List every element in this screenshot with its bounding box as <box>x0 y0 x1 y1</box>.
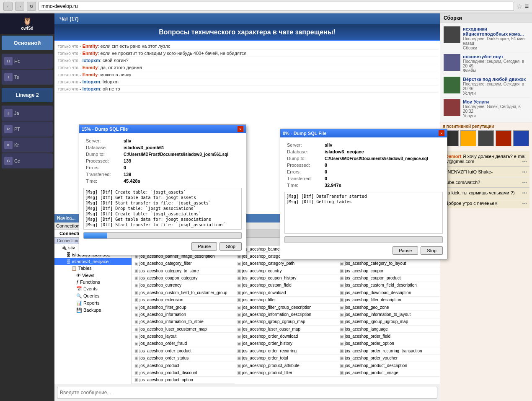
table-item[interactable]: ▣jos_aceshop_extension <box>132 297 235 304</box>
table-name: jos_aceshop_download_description <box>345 290 411 295</box>
table-item[interactable]: ▣jos_aceshop_filter_group <box>132 304 235 311</box>
table-name: jos_aceshop_coupon_product <box>345 276 400 280</box>
table-item[interactable]: ▣jos_aceshop_layout <box>132 333 235 340</box>
table-item[interactable]: ▣jos_aceshop_order_field <box>337 333 440 340</box>
table-item[interactable]: ▣jos_aceshop_product_description <box>337 362 440 369</box>
right-item-1[interactable]: исходники яйциентоподобных кома... После… <box>442 25 530 52</box>
table-list[interactable]: ▣jos_aceshop_attribute_group_description… <box>132 246 440 384</box>
main-section-button[interactable]: Основной <box>2 36 53 50</box>
table-item[interactable]: ▣jos_aceshop_order_status <box>132 355 235 362</box>
dump-log-2[interactable]: [Msg] [Dtf] DataTransfer started [Msg] [… <box>284 192 443 234</box>
address-bar[interactable] <box>39 2 514 11</box>
forward-button[interactable]: → <box>15 2 24 11</box>
back-button[interactable]: ← <box>3 2 13 11</box>
tree-item-neojace[interactable]: 🗄isladow3_neojace <box>54 258 132 265</box>
table-item[interactable]: ▣jos_aceshop_product_option <box>132 377 235 384</box>
comment-dots-1[interactable]: ••• <box>522 159 527 164</box>
table-item[interactable]: ▣jos_aceshop_order_recurring_transaction <box>337 347 440 354</box>
table-item[interactable]: ▣jos_aceshop_order_voucher <box>337 355 440 362</box>
table-item[interactable]: ▣jos_aceshop_iuser_ouser_map <box>235 326 337 333</box>
dump-log-1[interactable]: [Msg] [Dtf] Create table: `josgt_assets`… <box>83 188 242 230</box>
right-item-info-4: Мои Услуги Последнее: Ginex, Сегодня, в … <box>463 99 529 118</box>
sidebar-item-kr[interactable]: K Kr <box>2 137 53 153</box>
sidebar-item-pt[interactable]: P PT <box>2 122 53 137</box>
refresh-button[interactable]: ↻ <box>27 2 36 11</box>
table-item[interactable]: ▣jos_aceshop_order_download <box>235 333 337 340</box>
stop-button-1[interactable]: Stop <box>220 242 242 251</box>
table-item[interactable]: ▣jos_aceshop_order_product <box>132 347 235 354</box>
table-item[interactable]: ▣jos_aceshop_product_attribute <box>235 362 337 369</box>
tree-item-queries[interactable]: 🔍Queries <box>54 292 132 300</box>
table-item[interactable]: ▣jos_aceshop_order_total <box>235 355 337 362</box>
right-item-2[interactable]: посоветуйте ноут Последнее: снцрим, Сего… <box>442 52 530 75</box>
right-item-4[interactable]: Мои Услуги Последнее: Ginex, Сегодня, в … <box>442 98 530 120</box>
table-item[interactable]: ▣jos_aceshop_category_path <box>235 260 337 267</box>
table-item[interactable]: ▣jos_aceshop_igroup_ugroup_map <box>337 318 440 326</box>
table-item[interactable]: ▣jos_aceshop_order_history <box>235 340 337 347</box>
menu-icon[interactable]: ≡ <box>525 3 529 10</box>
table-item[interactable]: ▣jos_aceshop_coupon_history <box>235 274 337 282</box>
table-item[interactable]: ▣jos_aceshop_filter_group_description <box>235 304 337 311</box>
sidebar-item-te[interactable]: T Te <box>2 70 53 85</box>
table-item[interactable]: ▣jos_aceshop_language <box>337 326 440 333</box>
table-item[interactable]: ▣jos_aceshop_currency <box>132 282 235 289</box>
table-item[interactable]: ▣jos_aceshop_information_to_layout <box>337 311 440 318</box>
table-item[interactable]: ▣jos_aceshop_product_discount <box>132 369 235 376</box>
pause-button-2[interactable]: Pause <box>393 246 418 255</box>
table-item[interactable]: ▣jos_aceshop_coupon_product <box>337 274 440 282</box>
comment-dots-4[interactable]: ••• <box>522 190 527 195</box>
tree-item-reports[interactable]: 📊Reports <box>54 300 132 307</box>
comments-section: Demort Я хочу должен делать? е-mail ly@g… <box>443 149 529 208</box>
tree-item-tables[interactable]: 📋Tables <box>54 265 132 272</box>
sidebar-item-cc[interactable]: C Cc <box>2 153 53 168</box>
table-item[interactable]: ▣jos_aceshop_custom_field <box>235 282 337 289</box>
comment-dots-3[interactable]: ••• <box>522 180 527 185</box>
table-item[interactable]: ▣jos_aceshop_order_recurring <box>235 347 337 354</box>
table-item[interactable]: ▣jos_aceshop_custom_field_description <box>337 282 440 289</box>
table-item[interactable]: ▣jos_aceshop_order_option <box>337 340 440 347</box>
tree-item-events[interactable]: 📅Events <box>54 285 132 292</box>
table-item[interactable]: ▣jos_aceshop_category_filter <box>132 260 235 267</box>
table-item[interactable]: ▣jos_aceshop_country <box>235 267 337 274</box>
table-item[interactable]: ▣jos_aceshop_coupon <box>337 267 440 274</box>
table-row-icon: ▣ <box>340 327 343 331</box>
comment-dots-2[interactable]: ••• <box>522 169 527 174</box>
table-item[interactable]: ▣jos_aceshop_custom_field_to_customer_gr… <box>132 289 235 296</box>
stop-button-2[interactable]: Stop <box>421 246 443 255</box>
tree-item-functions[interactable]: ƒFunctions <box>54 279 132 285</box>
sidebar-item-hc[interactable]: H Hc <box>2 54 53 69</box>
table-item[interactable]: ▣jos_aceshop_information_to_store <box>132 318 235 326</box>
table-item[interactable]: ▣jos_aceshop_iuser_ocustomer_map <box>132 326 235 333</box>
bookmark-icon[interactable]: ☆ <box>517 3 522 10</box>
lineage-button[interactable]: Lineage 2 <box>2 88 53 102</box>
table-item[interactable]: ▣jos_aceshop_product_image <box>337 369 440 376</box>
table-item[interactable]: ▣jos_aceshop_download <box>235 289 337 296</box>
table-name: jos_aceshop_download <box>242 290 286 295</box>
table-item[interactable]: ▣jos_aceshop_igroup_cgroup_map <box>235 318 337 326</box>
right-item-3[interactable]: Вёрстка под любой движок Последнее: снцр… <box>442 75 530 98</box>
table-item[interactable]: ▣jos_aceshop_category_to_store <box>132 267 235 274</box>
db-value-2: isladow3_neojace <box>322 148 443 155</box>
dump-dialog-1-close[interactable]: × <box>238 126 243 132</box>
table-item[interactable]: ▣jos_aceshop_order_fraud <box>132 340 235 347</box>
comment-dots-5[interactable]: ••• <box>522 201 527 206</box>
table-item[interactable]: ▣jos_aceshop_filter_description <box>337 297 440 304</box>
table-item[interactable]: ▣jos_aceshop_filter <box>235 297 337 304</box>
dump-dialog-2-close[interactable]: × <box>439 130 444 136</box>
table-item[interactable]: ▣jos_aceshop_geo_zone <box>337 304 440 311</box>
chat-input[interactable] <box>57 387 437 398</box>
table-item[interactable]: ▣jos_aceshop_information <box>132 311 235 318</box>
sidebar-item-ja[interactable]: J Ja <box>2 106 53 121</box>
chat-message: только что - lxtopxm: свой логин? <box>56 57 438 64</box>
pause-button-1[interactable]: Pause <box>191 242 217 251</box>
tree-item-backups[interactable]: 💾Backups <box>54 307 132 314</box>
sidebar-icon-hc: H <box>4 57 13 65</box>
table-item[interactable]: ▣jos_aceshop_coupon_category <box>132 274 235 282</box>
menu-connection[interactable]: Connection <box>56 223 80 228</box>
table-item[interactable]: ▣jos_aceshop_download_description <box>337 289 440 296</box>
table-item[interactable]: ▣jos_aceshop_product_filter <box>235 369 337 376</box>
table-item[interactable]: ▣jos_aceshop_category_to_layout <box>337 260 440 267</box>
table-item[interactable]: ▣jos_aceshop_information_description <box>235 311 337 318</box>
table-item[interactable]: ▣jos_aceshop_product <box>132 362 235 369</box>
tree-item-views[interactable]: 👁Views <box>54 272 132 279</box>
